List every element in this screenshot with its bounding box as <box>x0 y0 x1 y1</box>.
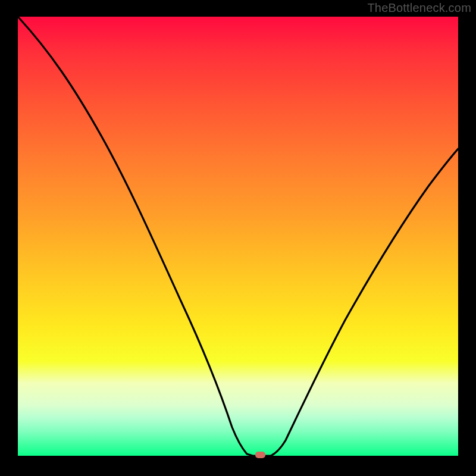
watermark-text: TheBottleneck.com <box>367 1 471 15</box>
min-marker <box>255 452 265 458</box>
chart-frame: TheBottleneck.com <box>0 0 476 476</box>
plot-area <box>18 17 458 458</box>
bottleneck-curve <box>18 17 458 456</box>
curve-layer <box>18 17 458 458</box>
